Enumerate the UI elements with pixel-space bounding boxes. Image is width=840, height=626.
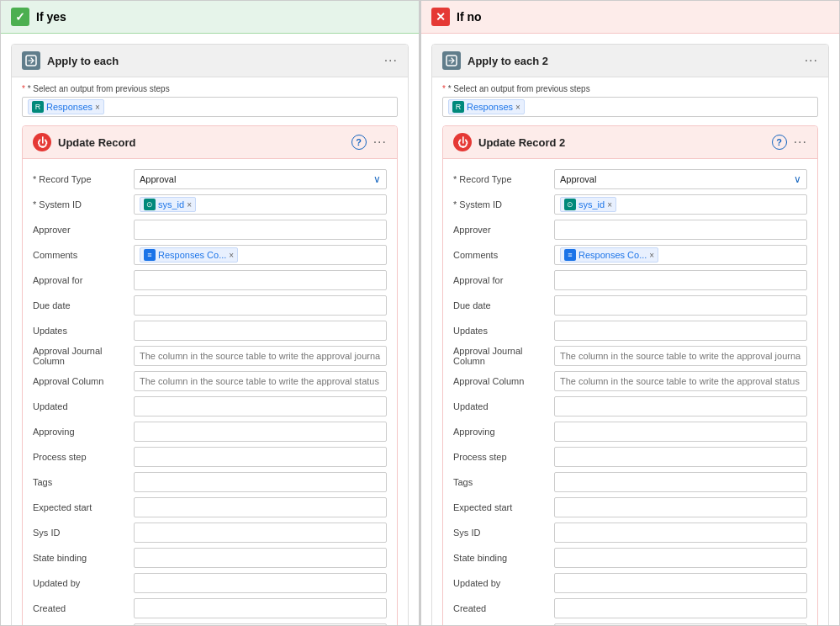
field-input[interactable] [134, 523, 387, 543]
field-label: Updated by [33, 578, 134, 588]
field-row: Approving [33, 420, 387, 443]
update-record-header-right-inner: ⏻ Update Record 2 [453, 133, 565, 151]
field-input[interactable] [554, 548, 807, 568]
field-input[interactable] [134, 371, 387, 391]
apply-output-tag-container-2[interactable]: R Responses × [442, 97, 818, 117]
responses-tag-right[interactable]: R Responses × [448, 99, 525, 114]
field-row: * Record TypeApproval∨ [33, 167, 387, 191]
field-input[interactable] [554, 472, 807, 492]
field-label: Created [453, 603, 554, 613]
field-input[interactable] [554, 346, 807, 366]
update-record-dots-left[interactable]: ··· [373, 135, 387, 150]
tag-input-container[interactable]: ⊙sys_id× [554, 194, 807, 215]
select-value: Approval [560, 174, 596, 184]
apply-output-tag-container[interactable]: R Responses × [22, 97, 398, 117]
apply-card-dots[interactable]: ··· [384, 53, 398, 68]
tag-label: sys_id [158, 199, 184, 210]
field-input[interactable] [554, 447, 807, 467]
field-row: Process step [33, 445, 387, 469]
update-record-body-left: * Record TypeApproval∨* System ID⊙sys_id… [23, 159, 397, 625]
field-label: Created [33, 603, 134, 613]
update-record-header-left: ⏻ Update Record ? ··· [23, 126, 397, 159]
tag-icon: ≡ [144, 249, 156, 261]
field-tag[interactable]: ⊙sys_id× [560, 197, 616, 212]
field-input[interactable] [554, 598, 807, 618]
responses-tag-close-right[interactable]: × [515, 103, 520, 112]
field-input[interactable] [134, 497, 387, 517]
field-input[interactable] [134, 346, 387, 366]
field-row: Expected start [33, 496, 387, 519]
field-input[interactable] [554, 422, 807, 442]
select-input[interactable]: Approval∨ [134, 169, 387, 189]
field-label: Tags [453, 477, 554, 487]
tag-icon: ⊙ [564, 199, 576, 210]
field-tag[interactable]: ≡Responses Co...× [140, 247, 238, 263]
field-input[interactable] [134, 220, 387, 240]
loop-icon-2 [442, 51, 461, 70]
field-input[interactable] [134, 422, 387, 442]
field-label: Updates [453, 326, 554, 336]
tag-close-icon[interactable]: × [187, 200, 192, 210]
field-row: Approval Journal Column [33, 344, 387, 368]
apply-card-2-title: Apply to each 2 [468, 55, 548, 67]
apply-card-title: Apply to each [47, 55, 119, 67]
tag-input-container[interactable]: ⊙sys_id× [134, 194, 387, 215]
help-icon-left[interactable]: ? [351, 135, 367, 150]
tag-input-container[interactable]: ≡Responses Co...× [554, 245, 807, 265]
field-label: Approval Column [453, 376, 554, 386]
field-label: Comments [453, 250, 554, 260]
field-input[interactable] [554, 396, 807, 416]
help-icon-right[interactable]: ? [772, 135, 787, 150]
field-input[interactable] [554, 573, 807, 593]
field-row: Due date [33, 294, 387, 317]
field-input[interactable] [554, 371, 807, 391]
field-row: Iteration [33, 622, 387, 625]
field-tag[interactable]: ⊙sys_id× [140, 197, 196, 212]
responses-tag-close-left[interactable]: × [95, 103, 100, 112]
field-label: Approver [33, 225, 134, 235]
apply-card-header-left: Apply to each [22, 51, 119, 70]
field-label: Updated by [453, 578, 554, 588]
field-input[interactable] [554, 295, 807, 316]
field-input[interactable] [134, 295, 387, 316]
apply-card-2-dots[interactable]: ··· [805, 53, 818, 68]
field-label: Approval for [33, 275, 134, 285]
field-input[interactable] [134, 573, 387, 593]
tag-input-container[interactable]: ≡Responses Co...× [134, 245, 387, 265]
field-tag[interactable]: ≡Responses Co...× [560, 247, 658, 263]
field-input[interactable] [554, 321, 807, 341]
field-input[interactable] [134, 623, 387, 625]
field-input[interactable] [134, 598, 387, 618]
apply-output-label: * Select an output from previous steps [22, 84, 398, 93]
field-input[interactable] [554, 623, 807, 625]
field-input[interactable] [554, 220, 807, 240]
tag-label: Responses Co... [158, 250, 226, 260]
right-panel: ✕ If no Apply to each 2 ··· * Select [420, 0, 840, 626]
update-record-dots-right[interactable]: ··· [794, 135, 807, 150]
tag-close-icon[interactable]: × [229, 251, 234, 260]
field-input[interactable] [134, 548, 387, 568]
apply-output-area: * Select an output from previous steps R… [12, 77, 408, 125]
field-input[interactable] [554, 497, 807, 517]
field-input[interactable] [134, 270, 387, 290]
field-label: Tags [33, 477, 134, 487]
update-record-card-right: ⏻ Update Record 2 ? ··· * Record TypeApp… [442, 125, 818, 625]
field-input[interactable] [134, 321, 387, 341]
responses-tag-left[interactable]: R Responses × [28, 99, 104, 114]
field-input[interactable] [134, 472, 387, 492]
field-input[interactable] [554, 523, 807, 543]
field-label: Process step [33, 452, 134, 462]
field-row: Sys ID [33, 521, 387, 544]
field-label: * Record Type [33, 174, 134, 184]
field-input[interactable] [134, 447, 387, 467]
field-input[interactable] [554, 270, 807, 290]
field-row: Created [33, 597, 387, 620]
tag-close-icon[interactable]: × [649, 251, 654, 260]
apply-to-each-card: Apply to each ··· * Select an output fro… [11, 44, 409, 625]
update-record-actions-left: ? ··· [351, 135, 387, 150]
field-row: Updates [453, 319, 807, 342]
select-input[interactable]: Approval∨ [554, 169, 807, 189]
field-input[interactable] [134, 396, 387, 416]
tag-close-icon[interactable]: × [607, 200, 612, 210]
field-row: State binding [453, 546, 807, 570]
